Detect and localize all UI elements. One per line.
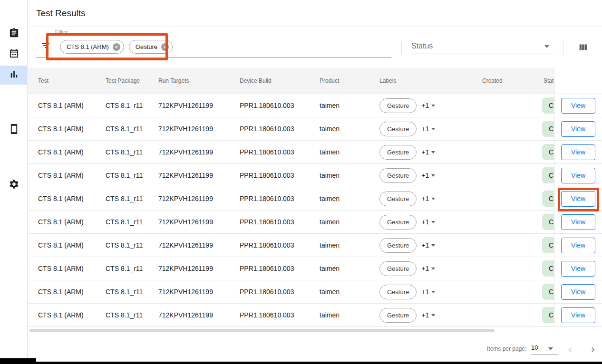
- circle-x-icon[interactable]: ✕: [161, 43, 169, 51]
- previous-page-button[interactable]: [565, 345, 575, 354]
- cell-test: CTS 8.1 (ARM): [28, 148, 106, 156]
- filter-chip[interactable]: CTS 8.1 (ARM) ✕: [60, 40, 124, 54]
- cell-test: CTS 8.1 (ARM): [28, 311, 106, 319]
- view-columns-button[interactable]: [577, 42, 589, 54]
- label-chip: Gesture: [379, 122, 417, 136]
- sidebar-item-tests[interactable]: [0, 24, 28, 43]
- more-labels-count: +1: [421, 241, 429, 249]
- cell-run-targets: 712KPVH1261199: [158, 195, 240, 202]
- more-labels-expander[interactable]: +1: [421, 265, 435, 272]
- more-labels-count: +1: [421, 288, 429, 296]
- status-chip: C: [542, 307, 554, 323]
- table-row[interactable]: CTS 8.1 (ARM) CTS 8.1_r11 712KPVH1261199…: [28, 187, 554, 211]
- cell-test-package: CTS 8.1_r11: [106, 311, 158, 319]
- sidebar-item-devices[interactable]: [0, 120, 28, 139]
- status-chip: C: [542, 214, 554, 230]
- page-title: Test Results: [36, 8, 85, 19]
- status-chip: C: [542, 237, 554, 253]
- status-select[interactable]: Status: [411, 42, 433, 50]
- table-row[interactable]: CTS 8.1 (ARM) CTS 8.1_r11 712KPVH1261199…: [28, 234, 554, 257]
- status-chip: C: [542, 260, 554, 277]
- cell-status: C: [537, 97, 554, 114]
- sidebar-item-settings[interactable]: [0, 175, 28, 194]
- view-cell: View: [554, 280, 602, 304]
- dropdown-arrow-icon[interactable]: [544, 45, 549, 48]
- view-cell: View: [554, 141, 602, 164]
- more-labels-expander[interactable]: +1: [421, 311, 435, 319]
- horizontal-scrollbar[interactable]: [29, 329, 495, 332]
- more-labels-expander[interactable]: +1: [421, 172, 435, 179]
- sidebar: [0, 0, 28, 364]
- cell-test-package: CTS 8.1_r11: [106, 241, 158, 249]
- sidebar-item-test-plans[interactable]: [0, 45, 28, 64]
- filter-underline: [36, 57, 391, 58]
- more-labels-expander[interactable]: +1: [421, 148, 435, 156]
- view-button[interactable]: View: [561, 168, 595, 183]
- cell-labels: Gesture +1: [371, 168, 476, 183]
- view-button[interactable]: View: [561, 307, 595, 323]
- view-button[interactable]: View: [561, 98, 595, 114]
- cell-run-targets: 712KPVH1261199: [158, 311, 240, 319]
- label-chip: Gesture: [379, 285, 417, 299]
- view-button[interactable]: View: [561, 284, 595, 300]
- dropdown-arrow-icon: [431, 198, 435, 200]
- view-button[interactable]: View: [561, 238, 595, 253]
- table-row[interactable]: CTS 8.1 (ARM) CTS 8.1_r11 712KPVH1261199…: [28, 257, 554, 280]
- view-button[interactable]: View: [561, 144, 595, 160]
- cell-test-package: CTS 8.1_r11: [106, 172, 158, 179]
- more-labels-expander[interactable]: +1: [421, 102, 435, 109]
- view-cell: View: [554, 187, 602, 211]
- more-labels-expander[interactable]: +1: [421, 241, 435, 249]
- circle-x-icon[interactable]: ✕: [113, 43, 120, 51]
- table-header-row: TestTest PackageRun TargetsDevice BuildP…: [28, 68, 554, 94]
- status-chip: C: [542, 191, 554, 207]
- cell-labels: Gesture +1: [371, 261, 476, 276]
- view-button[interactable]: View: [561, 191, 595, 207]
- table-row[interactable]: CTS 8.1 (ARM) CTS 8.1_r11 712KPVH1261199…: [28, 211, 554, 234]
- view-cell: View: [554, 94, 602, 117]
- table-row[interactable]: CTS 8.1 (ARM) CTS 8.1_r11 712KPVH1261199…: [28, 164, 554, 187]
- filter-list-icon: [41, 41, 50, 50]
- more-labels-expander[interactable]: +1: [421, 288, 435, 296]
- column-header-created: Created: [476, 77, 537, 84]
- cell-test-package: CTS 8.1_r11: [106, 148, 158, 156]
- sidebar-item-test-results[interactable]: [0, 66, 28, 85]
- table-row[interactable]: CTS 8.1 (ARM) CTS 8.1_r11 712KPVH1261199…: [28, 280, 554, 304]
- status-chip: C: [542, 121, 554, 137]
- more-labels-expander[interactable]: +1: [421, 195, 435, 202]
- view-button[interactable]: View: [561, 214, 595, 230]
- dropdown-arrow-icon[interactable]: [548, 347, 553, 350]
- filter-chip-label: CTS 8.1 (ARM): [67, 43, 109, 50]
- title-bar: Test Results: [28, 0, 602, 27]
- filter-chip-input[interactable]: CTS 8.1 (ARM) ✕ Gesture ✕: [60, 40, 173, 54]
- cell-device-build: PPR1.180610.003: [240, 195, 320, 202]
- dropdown-arrow-icon: [431, 221, 435, 223]
- view-button[interactable]: View: [561, 121, 595, 137]
- gear-icon: [9, 179, 19, 192]
- view-cell: View: [554, 164, 602, 187]
- results-table: TestTest PackageRun TargetsDevice BuildP…: [28, 68, 554, 327]
- table-row[interactable]: CTS 8.1 (ARM) CTS 8.1_r11 712KPVH1261199…: [28, 141, 554, 164]
- table-row[interactable]: CTS 8.1 (ARM) CTS 8.1_r11 712KPVH1261199…: [28, 94, 554, 117]
- cell-device-build: PPR1.180610.003: [240, 265, 320, 272]
- cell-status: C: [537, 284, 554, 300]
- view-button[interactable]: View: [561, 261, 595, 277]
- label-chip: Gesture: [379, 238, 417, 253]
- table-row[interactable]: CTS 8.1 (ARM) CTS 8.1_r11 712KPVH1261199…: [28, 117, 554, 141]
- more-labels-expander[interactable]: +1: [421, 125, 435, 133]
- status-chip: C: [542, 284, 554, 300]
- cell-test: CTS 8.1 (ARM): [28, 218, 106, 226]
- more-labels-expander[interactable]: +1: [421, 218, 435, 226]
- cell-test-package: CTS 8.1_r11: [106, 265, 158, 272]
- more-labels-count: +1: [421, 125, 429, 133]
- cell-product: taimen: [320, 148, 371, 156]
- next-page-button[interactable]: [588, 345, 598, 354]
- cell-status: C: [537, 214, 554, 230]
- items-per-page-label: Items per page:: [487, 345, 526, 352]
- more-labels-count: +1: [421, 102, 429, 109]
- table-row[interactable]: CTS 8.1 (ARM) CTS 8.1_r11 712KPVH1261199…: [28, 304, 554, 327]
- filter-chip[interactable]: Gesture ✕: [129, 40, 173, 54]
- column-header-labels: Labels: [371, 77, 476, 84]
- cell-labels: Gesture +1: [371, 285, 476, 299]
- page-size-select[interactable]: 10: [531, 344, 538, 351]
